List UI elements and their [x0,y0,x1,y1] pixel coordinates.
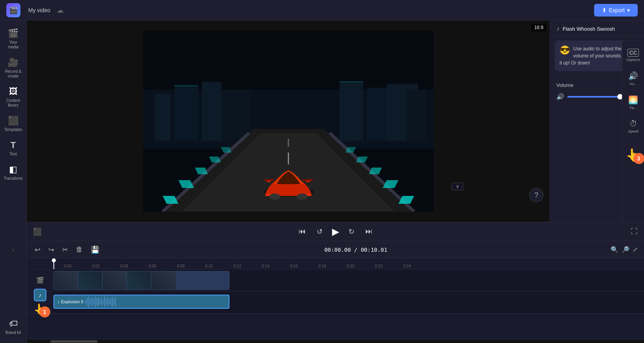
right-sidebar: CC Captions 🔊 Au... 🌅 Fa... ⏱ Speed [622,41,644,222]
left-sidebar: 🎬 Your media 🎥 Record & create 🖼 Content… [0,20,27,343]
sidebar-item-speed[interactable]: ⏱ Speed [623,116,644,136]
export-icon: ⬆ [602,7,607,13]
captions-label: Captions [626,58,640,62]
audio-panel-label: Au... [629,82,637,86]
record-icon: 🎥 [8,57,18,68]
sidebar-item-record-create[interactable]: 🎥 Record & create [2,54,25,82]
waveform-bar [101,298,102,306]
waveform-bar [98,297,99,306]
export-chevron-icon: ▾ [627,7,630,13]
sidebar-label-content: Content library [4,98,23,108]
fullscreen-button[interactable]: ⛶ [631,227,638,236]
sidebar-item-transitions[interactable]: ◧ Transitions [2,161,25,184]
sidebar-item-captions[interactable]: CC Captions [623,46,644,65]
sidebar-expand-button[interactable]: › [9,243,17,256]
chevron-down-icon: ∨ [456,184,459,189]
sidebar-item-text[interactable]: T Text [2,137,25,160]
content-area: 16:9 ? ∨ ♪ Flash Whoosh Swoosh ✕ 😎 [27,20,644,343]
svg-rect-4 [202,82,222,141]
sidebar-item-brand-kit[interactable]: 🏷 Brand kit [2,315,25,338]
waveform-bar [85,300,86,304]
ruler-marks: 0:00 0:02 0:04 0:06 0:08 0:10 [53,258,421,269]
video-track-icon: 🎬 [36,277,44,284]
waveform-bar [103,299,103,304]
ruler-mark-18: 0:18 [308,264,336,268]
waveform-bar [93,299,94,304]
help-button[interactable]: ? [529,188,543,202]
ruler-mark-24: 0:24 [393,264,421,268]
ruler-mark-10: 0:10 [195,264,223,268]
text-icon: T [11,140,16,150]
hand-indicator-3-area: 👆 3 [626,148,641,162]
video-preview: 16:9 ? ∨ [27,20,550,222]
export-button[interactable]: ⬆ Export ▾ [594,4,638,17]
video-clip[interactable] [53,271,229,290]
save-frame-button[interactable]: 💾 [89,244,101,256]
rewind-button[interactable]: ↺ [315,226,324,238]
delete-button[interactable]: 🗑 [74,244,84,255]
clip-thumbnail-1 [54,271,78,290]
waveform-bar [115,297,116,306]
speed-icon: ⏱ [629,119,637,128]
waveform [83,295,229,308]
video-track-content [53,269,644,291]
audio-title: Flash Whoosh Swoosh [563,26,615,32]
cut-button[interactable]: ✂ [61,244,70,256]
sidebar-label-templates: Templates [4,127,22,132]
waveform-bar [114,298,114,305]
sidebar-item-audio[interactable]: 🔊 Au... [623,68,644,89]
redo-button[interactable]: ↪ [47,244,56,256]
audio-clip[interactable]: ♪ Explosion 5 [53,295,229,309]
skip-forward-button[interactable]: ⏭ [364,226,374,237]
play-button[interactable]: ▶ [332,226,339,237]
your-media-icon: 🎬 [8,28,18,39]
svg-rect-3 [174,86,198,141]
svg-rect-2 [155,94,171,141]
undo-button[interactable]: ↩ [33,244,42,256]
ruler-mark-6: 0:06 [138,264,167,268]
ruler-mark-4: 0:04 [110,264,138,268]
audio-track-icon-box: ♪ [34,289,46,301]
zoom-out-button[interactable]: 🔍 [611,246,618,253]
playback-controls: ⬛ ⏮ ↺ ▶ ↻ ⏭ ⛶ [27,222,644,241]
sidebar-item-content-library[interactable]: 🖼 Content library [2,83,25,111]
video-scene-svg [143,31,434,212]
transitions-icon: ◧ [9,164,17,175]
svg-point-37 [297,194,308,200]
sidebar-label-brand: Brand kit [6,330,21,335]
sidebar-item-your-media[interactable]: 🎬 Your media [2,25,25,53]
collapse-button[interactable]: ∨ [451,183,463,190]
scroll-thumb[interactable] [50,340,97,343]
waveform-bar [95,296,95,308]
audio-note-icon: ♪ [556,25,560,32]
playhead [53,258,54,269]
sidebar-item-fade[interactable]: 🌅 Fa... [623,92,644,113]
waveform-bar [96,298,97,305]
audio-track: ♪ 👆 1 ♪ Explosion 5 [27,291,644,313]
svg-rect-32 [264,179,274,181]
waveform-bar [107,297,108,306]
zoom-in-button[interactable]: 🔎 [622,246,629,253]
sidebar-label-record: Record & create [4,69,23,79]
skip-back-button[interactable]: ⏮ [297,226,307,237]
svg-rect-31 [306,181,310,182]
fast-forward-button[interactable]: ↻ [347,226,356,238]
waveform-bar [110,298,111,305]
sidebar-item-templates[interactable]: ⬛ Templates [2,112,25,135]
project-name[interactable]: My video [28,7,50,13]
main-layout: 🎬 Your media 🎥 Record & create 🖼 Content… [0,20,644,343]
step-badge-1: 1 [39,306,50,317]
ruler-mark-22: 0:22 [365,264,393,268]
speed-label: Speed [628,129,638,133]
waveform-bar [112,297,113,307]
audio-panel-header: ♪ Flash Whoosh Swoosh [550,20,644,36]
app-logo: 🎬 [6,3,20,17]
timeline-scrollbar[interactable] [27,339,644,343]
audio-clip-icon: ♪ [57,299,60,304]
svg-rect-9 [406,90,426,141]
preview-area: 16:9 ? ∨ ♪ Flash Whoosh Swoosh ✕ 😎 [27,20,644,222]
fit-button[interactable]: ⤢ [633,246,638,253]
ruler-mark-0: 0:00 [53,264,82,268]
content-library-icon: 🖼 [9,87,18,97]
captions-button[interactable]: ⬛ [33,227,42,236]
